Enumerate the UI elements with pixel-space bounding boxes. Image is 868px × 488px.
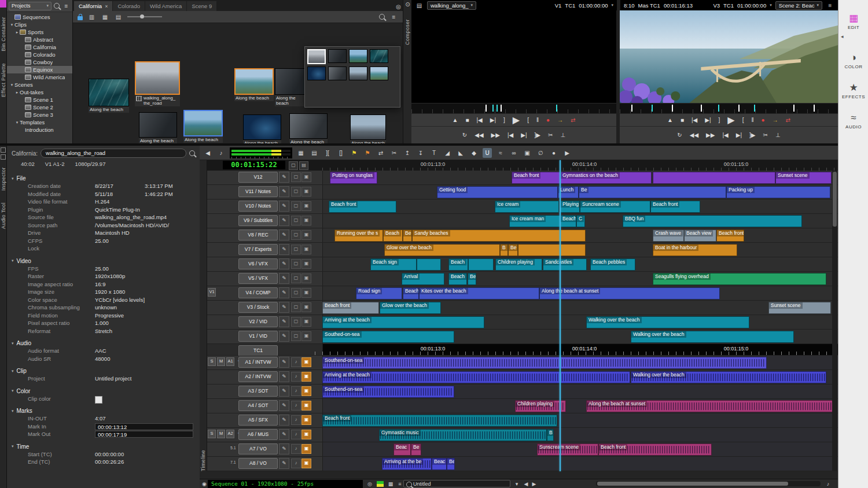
timeline-clip-suncream-scene[interactable]: Suncream scene bbox=[580, 201, 650, 213]
timeline-clip-b[interactable]: B bbox=[547, 429, 554, 441]
track-select-a8[interactable]: A8 / VO bbox=[238, 458, 278, 469]
projects-dropdown[interactable]: Projects ▾ bbox=[9, 2, 52, 10]
play-to-out-button[interactable]: ]▶ bbox=[749, 132, 755, 138]
tray-thumbnail[interactable] bbox=[349, 66, 367, 80]
tree-item-templates[interactable]: ▾Templates bbox=[7, 119, 72, 126]
scissors-button[interactable]: ✂ bbox=[763, 132, 768, 138]
tab-effect-palette[interactable]: Effect Palette bbox=[0, 57, 6, 103]
trim-right-button[interactable]: [] bbox=[336, 148, 345, 158]
grid-icon[interactable]: ▦ bbox=[386, 480, 395, 488]
track-edit-icon[interactable]: ✎ bbox=[279, 273, 289, 284]
timeline-clip-beac[interactable]: Beac bbox=[393, 443, 411, 456]
ban-button[interactable]: ∅ bbox=[536, 148, 545, 158]
marker-orange-button[interactable]: ⚑ bbox=[363, 148, 372, 158]
record-timecode[interactable]: 01:00:00:00 bbox=[737, 2, 766, 9]
play-button[interactable]: ▶ bbox=[727, 116, 734, 125]
timeline-clip-gymnastic-music[interactable]: Gymnastic music bbox=[379, 429, 547, 441]
timeline-clip-children-playing[interactable]: Children playing bbox=[495, 258, 542, 271]
track-monitor-icon[interactable]: ▣ bbox=[301, 302, 311, 312]
timeline-clip-glow-over-the-beach[interactable]: Glow over the beach bbox=[384, 244, 500, 256]
mark-in-button[interactable]: [ bbox=[742, 117, 744, 123]
track-edit-icon[interactable]: ✎ bbox=[279, 244, 289, 255]
splice-in-button[interactable]: → bbox=[773, 117, 778, 123]
track-select-v9[interactable]: V9 / Subtitles bbox=[238, 215, 278, 226]
patch-chip-m[interactable]: M bbox=[217, 430, 225, 438]
timeline-clip-beach-front[interactable]: Beach front bbox=[716, 230, 744, 242]
patch-chip-v1[interactable]: V1 bbox=[208, 288, 216, 297]
tray-thumbnail[interactable] bbox=[328, 49, 347, 63]
section-header-video[interactable]: ▾Video bbox=[7, 257, 200, 265]
bin-tab-scene-9[interactable]: Scene 9 bbox=[187, 1, 216, 11]
timeline-clip-walking-over-the-beach[interactable]: Walking over the beach bbox=[631, 371, 826, 383]
marker-yellow-button[interactable]: ⚑ bbox=[350, 148, 359, 158]
track-lock-icon[interactable]: ▢ bbox=[291, 230, 301, 240]
track-select-a6[interactable]: A6 / MUS bbox=[238, 429, 278, 440]
trim-mode-button[interactable]: ⊥ bbox=[775, 132, 781, 138]
timeline-clip-be[interactable]: Be bbox=[508, 244, 518, 256]
bin-clip-along-the-beach[interactable]: Along the beach bbox=[243, 114, 281, 143]
target-icon[interactable]: ◎ bbox=[365, 480, 374, 488]
tree-item-sequences[interactable]: Sequences bbox=[7, 13, 72, 21]
tree-item-out-takes[interactable]: ▸Out-takes bbox=[7, 88, 72, 96]
timeline-clip-beach-view[interactable]: Beach view bbox=[684, 230, 716, 242]
track-select-a5[interactable]: A5 / SFX bbox=[238, 415, 278, 426]
patch-chip-s[interactable]: S bbox=[208, 430, 216, 438]
timeline-tab-label[interactable]: Timeline bbox=[200, 195, 206, 471]
bin-clip-along-the-beach[interactable]: Along the beach bbox=[275, 68, 307, 106]
timeline-clip-kites-over-the-beach[interactable]: Kites over the beach bbox=[419, 287, 539, 300]
loop-play-button[interactable]: ↻ bbox=[677, 132, 682, 138]
timeline-clip-seagulls-flying-overhead[interactable]: Seagulls flying overhead bbox=[653, 273, 826, 285]
track-select-v1[interactable]: V1 / VID bbox=[238, 331, 278, 342]
go-to-start-button[interactable]: |◀ bbox=[507, 132, 513, 138]
timeline-clip-children-playing[interactable]: Children playing bbox=[515, 400, 566, 412]
mark-in-button[interactable]: [ bbox=[527, 117, 529, 123]
patch-button[interactable]: ⇄ bbox=[376, 148, 385, 158]
track-edit-icon[interactable]: ✎ bbox=[279, 302, 289, 313]
track-waveform-icon[interactable]: ♪ bbox=[291, 459, 301, 468]
timeline-vertical-scrollbar[interactable] bbox=[832, 171, 837, 471]
timeline-horizontal-scrollbar[interactable] bbox=[596, 481, 821, 486]
lift-button[interactable]: ↥ bbox=[403, 148, 412, 158]
track-edit-icon[interactable]: ✎ bbox=[279, 458, 289, 469]
timeline-clip-walking-over-the-beach[interactable]: Walking over the beach bbox=[586, 316, 749, 328]
bin-tab-colorado[interactable]: Colorado bbox=[113, 1, 145, 11]
go-to-start-button[interactable]: |◀ bbox=[723, 132, 729, 138]
slope-left-button[interactable]: ◢ bbox=[443, 148, 452, 158]
track-edit-icon[interactable]: ✎ bbox=[279, 230, 289, 241]
chevron-down-icon[interactable]: ▾ bbox=[611, 3, 613, 8]
track-monitor-icon[interactable]: ▣ bbox=[301, 172, 311, 182]
step-forward-button[interactable]: ▶| bbox=[705, 117, 711, 123]
timeline-clip-beach[interactable]: Beach bbox=[448, 258, 468, 271]
track-monitor-icon[interactable]: ▣ bbox=[301, 230, 311, 240]
track-waveform-icon[interactable]: ♪ bbox=[291, 444, 301, 454]
track-lock-icon[interactable]: ▢ bbox=[291, 201, 301, 211]
track-voice-icon[interactable]: ▣ bbox=[301, 357, 311, 367]
track-edit-icon[interactable]: ✎ bbox=[279, 331, 289, 342]
track-edit-icon[interactable]: ✎ bbox=[279, 371, 289, 382]
timeline-clip-crash-wave[interactable]: Crash wave bbox=[653, 230, 684, 242]
track-voice-icon[interactable]: ▣ bbox=[301, 459, 311, 468]
fast-forward-button[interactable]: ▶▶ bbox=[706, 132, 715, 138]
tab-audio-tool[interactable]: Audio Tool bbox=[0, 197, 6, 235]
slope-right-button[interactable]: ◣ bbox=[456, 148, 465, 158]
timeline-clip-beach-front[interactable]: Beach front bbox=[650, 201, 700, 213]
patch-chip-a1[interactable]: A1 bbox=[226, 357, 234, 366]
timeline-clip-b[interactable]: B bbox=[500, 244, 508, 256]
timeline-clip-walking-over-the-beach[interactable]: Walking over the beach bbox=[631, 331, 794, 343]
tab-inspector[interactable]: Inspector bbox=[0, 161, 6, 197]
source-timecode[interactable]: 01:00:00:00 bbox=[579, 2, 608, 9]
link-toggle-button[interactable]: ∞ bbox=[509, 148, 518, 158]
track-monitor-icon[interactable]: ▣ bbox=[301, 317, 311, 327]
track-lock-icon[interactable]: ▢ bbox=[291, 317, 301, 327]
scene-dropdown[interactable]: Scene 2: Beac ▾ bbox=[775, 1, 822, 10]
timeline-clip-packing-up[interactable]: Packing up bbox=[726, 186, 830, 198]
timeline-clip-southend-on-sea[interactable]: Southend-on-sea bbox=[322, 357, 767, 369]
track-voice-icon[interactable]: ▣ bbox=[301, 444, 311, 454]
timeline-clip-beach-front[interactable]: Beach front bbox=[322, 415, 557, 427]
source-clip-dropdown[interactable]: walking_along_ ▾ bbox=[427, 1, 476, 10]
timeline-clip-ice-cream-man[interactable]: Ice cream man bbox=[509, 215, 560, 227]
panel-icon[interactable] bbox=[1, 154, 6, 160]
timeline-clip-segment[interactable] bbox=[417, 258, 441, 271]
track-view-button[interactable]: ▤ bbox=[310, 148, 319, 158]
scroll-right-icon[interactable]: ▶ bbox=[529, 480, 539, 488]
